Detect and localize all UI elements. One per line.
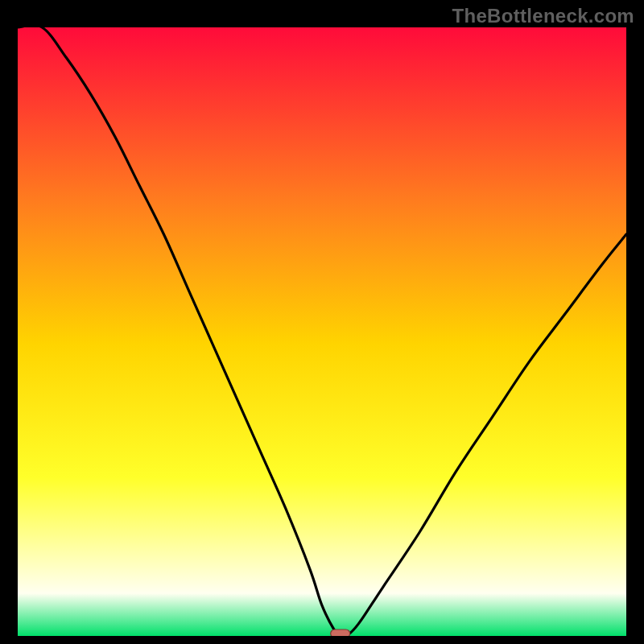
watermark-label: TheBottleneck.com [452, 5, 634, 27]
chart-container: { "watermark": "TheBottleneck.com", "col… [0, 0, 644, 644]
chart-svg [18, 27, 626, 636]
gradient-background [18, 27, 626, 636]
plot-area [18, 27, 626, 636]
optimum-marker [331, 630, 350, 636]
